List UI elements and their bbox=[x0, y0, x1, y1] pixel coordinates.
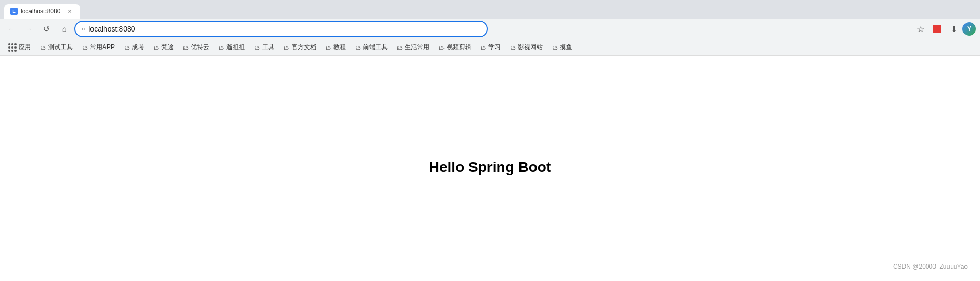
extensions-icon bbox=[933, 25, 941, 33]
bookmark-label: 摸鱼 bbox=[560, 43, 572, 52]
back-button[interactable]: ← bbox=[4, 22, 19, 36]
apps-label: 应用 bbox=[19, 43, 31, 52]
back-icon: ← bbox=[8, 25, 15, 33]
address-bar-wrapper: ○ bbox=[74, 21, 488, 37]
apps-icon bbox=[8, 43, 17, 52]
apps-button[interactable]: 应用 bbox=[4, 41, 35, 54]
bookmark-label: 学习 bbox=[488, 43, 501, 52]
bookmark-youtecloud[interactable]: 🗁 优特云 bbox=[179, 41, 213, 54]
folder-icon: 🗁 bbox=[552, 44, 558, 51]
download-button[interactable]: ⬇ bbox=[946, 21, 961, 37]
bookmark-label: 教程 bbox=[333, 43, 346, 52]
bookmarks-bar: 应用 🗁 测试工具 🗁 常用APP 🗁 成考 🗁 梵途 🗁 优特云 🗁 遛担担 bbox=[0, 39, 980, 56]
bookmark-label: 遛担担 bbox=[226, 43, 245, 52]
bookmark-moyu[interactable]: 🗁 摸鱼 bbox=[548, 41, 576, 54]
download-icon: ⬇ bbox=[951, 24, 957, 34]
folder-icon: 🗁 bbox=[355, 44, 361, 51]
forward-icon: → bbox=[25, 25, 33, 33]
star-icon: ☆ bbox=[917, 24, 924, 34]
bookmark-jiaocheng[interactable]: 🗁 教程 bbox=[321, 41, 350, 54]
profile-avatar[interactable]: Y bbox=[962, 22, 976, 36]
bookmark-guanfangwendang[interactable]: 🗁 官方文档 bbox=[280, 41, 320, 54]
folder-icon: 🗁 bbox=[326, 44, 331, 51]
bookmark-shenghuo[interactable]: 🗁 生活常用 bbox=[393, 41, 434, 54]
forward-button[interactable]: → bbox=[22, 22, 36, 36]
bookmark-gongju[interactable]: 🗁 工具 bbox=[250, 41, 279, 54]
page-content: Hello Spring Boot CSDN @20000_ZuuuuYao bbox=[0, 56, 980, 278]
main-heading: Hello Spring Boot bbox=[429, 159, 551, 176]
security-icon: ○ bbox=[82, 25, 85, 33]
bookmark-label: 视频剪辑 bbox=[447, 43, 471, 52]
folder-icon: 🗁 bbox=[40, 44, 46, 51]
folder-icon: 🗁 bbox=[254, 44, 260, 51]
browser-chrome: L localhost:8080 ✕ ← → ↺ ⌂ ○ ☆ bbox=[0, 0, 980, 56]
address-input[interactable] bbox=[88, 25, 481, 33]
extensions-button[interactable] bbox=[929, 21, 945, 37]
profile-initial: Y bbox=[967, 25, 971, 33]
home-icon: ⌂ bbox=[62, 25, 66, 33]
folder-icon: 🗁 bbox=[82, 44, 88, 51]
watermark: CSDN @20000_ZuuuuYao bbox=[893, 263, 968, 270]
bookmark-chengkao[interactable]: 🗁 成考 bbox=[120, 41, 148, 54]
folder-icon: 🗁 bbox=[219, 44, 224, 51]
tab-bar: L localhost:8080 ✕ bbox=[0, 0, 980, 19]
tab-title: localhost:8080 bbox=[21, 8, 60, 15]
bookmark-label: 前端工具 bbox=[363, 43, 388, 52]
bookmark-label: 生活常用 bbox=[405, 43, 430, 52]
bookmark-changyongapp[interactable]: 🗁 常用APP bbox=[78, 41, 119, 54]
address-bar-row: ← → ↺ ⌂ ○ ☆ ⬇ Y bbox=[0, 19, 980, 39]
folder-icon: 🗁 bbox=[397, 44, 403, 51]
bookmark-ceshigongju[interactable]: 🗁 测试工具 bbox=[36, 41, 77, 54]
bookmark-label: 梵途 bbox=[161, 43, 174, 52]
tab-favicon: L bbox=[10, 8, 18, 15]
bookmark-liudan[interactable]: 🗁 遛担担 bbox=[215, 41, 249, 54]
refresh-icon: ↺ bbox=[43, 25, 50, 33]
bookmark-label: 成考 bbox=[132, 43, 144, 52]
bookmark-shipinjianji[interactable]: 🗁 视频剪辑 bbox=[435, 41, 476, 54]
toolbar-right: ☆ ⬇ Y bbox=[913, 21, 976, 37]
home-button[interactable]: ⌂ bbox=[57, 22, 71, 36]
bookmark-xuexi[interactable]: 🗁 学习 bbox=[477, 41, 505, 54]
refresh-button[interactable]: ↺ bbox=[39, 22, 54, 36]
bookmark-label: 工具 bbox=[262, 43, 274, 52]
bookmark-star-button[interactable]: ☆ bbox=[913, 21, 928, 37]
bookmark-qianduangongju[interactable]: 🗁 前端工具 bbox=[351, 41, 392, 54]
folder-icon: 🗁 bbox=[183, 44, 189, 51]
folder-icon: 🗁 bbox=[154, 44, 159, 51]
tab-close-button[interactable]: ✕ bbox=[66, 7, 74, 15]
bookmark-label: 测试工具 bbox=[48, 43, 73, 52]
bookmark-fantu[interactable]: 🗁 梵途 bbox=[149, 41, 178, 54]
folder-icon: 🗁 bbox=[510, 44, 516, 51]
bookmark-yingshi[interactable]: 🗁 影视网站 bbox=[506, 41, 547, 54]
folder-icon: 🗁 bbox=[481, 44, 486, 51]
folder-icon: 🗁 bbox=[439, 44, 445, 51]
bookmark-label: 优特云 bbox=[191, 43, 209, 52]
active-tab[interactable]: L localhost:8080 ✕ bbox=[4, 4, 80, 19]
folder-icon: 🗁 bbox=[284, 44, 289, 51]
bookmark-label: 官方文档 bbox=[292, 43, 316, 52]
bookmark-label: 影视网站 bbox=[518, 43, 543, 52]
bookmark-label: 常用APP bbox=[90, 43, 115, 52]
folder-icon: 🗁 bbox=[124, 44, 130, 51]
